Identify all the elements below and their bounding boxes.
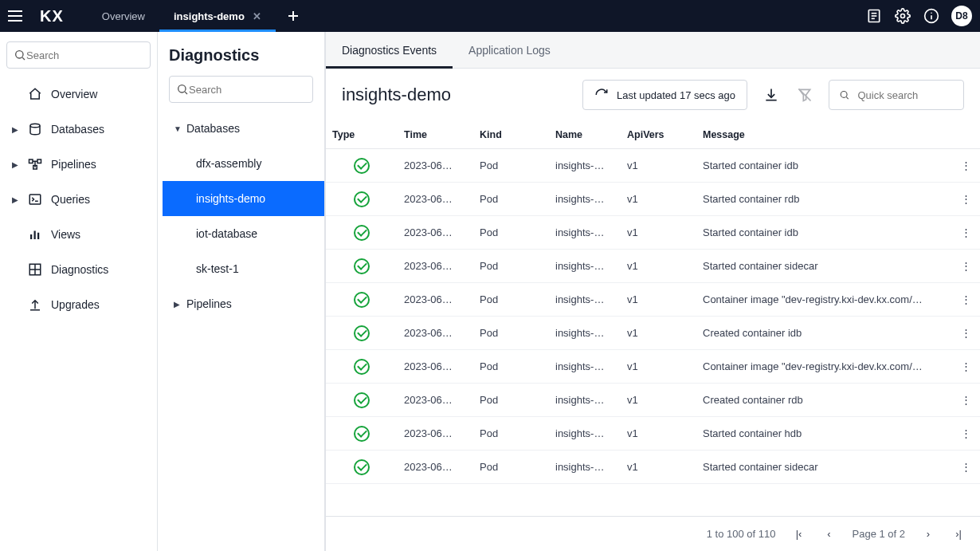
cell: insights-… <box>549 250 621 283</box>
download-icon[interactable] <box>762 85 781 104</box>
sidebar-item-views[interactable]: Views <box>6 217 151 252</box>
row-more-icon[interactable]: ⋮ <box>951 350 980 384</box>
row-more-icon[interactable]: ⋮ <box>951 317 980 350</box>
first-page-icon[interactable]: |‹ <box>792 528 806 540</box>
sidebar-search[interactable] <box>6 41 151 69</box>
cell: insights-… <box>549 384 621 417</box>
panel-search[interactable] <box>169 76 313 103</box>
table-row: 2023-06…Podinsights-…v1Started container… <box>326 183 980 216</box>
cell: Started container idb <box>696 216 951 250</box>
sidebar-item-overview[interactable]: Overview <box>6 77 151 112</box>
success-icon <box>354 258 370 274</box>
column-header[interactable]: Time <box>398 121 473 149</box>
search-icon <box>839 89 849 101</box>
tree-group[interactable]: ▶Pipelines <box>163 286 324 321</box>
svg-point-28 <box>841 92 847 98</box>
tree-item[interactable]: dfx-assembly <box>163 146 324 181</box>
tree-item[interactable]: iot-database <box>163 216 324 251</box>
row-more-icon[interactable]: ⋮ <box>951 216 980 250</box>
notes-icon[interactable] <box>865 7 883 25</box>
row-more-icon[interactable]: ⋮ <box>951 250 980 283</box>
sidebar-item-queries[interactable]: ▶Queries <box>6 182 151 217</box>
cell: v1 <box>621 183 696 216</box>
cell: Pod <box>473 149 549 183</box>
disk-icon <box>27 122 43 136</box>
row-more-icon[interactable]: ⋮ <box>951 183 980 216</box>
tree-group[interactable]: ▼Databases <box>163 111 324 146</box>
tree-label: Databases <box>186 122 240 135</box>
column-header[interactable]: ApiVers <box>621 121 696 149</box>
tree-label: insights-demo <box>196 192 265 205</box>
svg-rect-18 <box>37 233 39 239</box>
quick-search-input[interactable] <box>857 89 954 101</box>
quick-search[interactable] <box>829 80 964 110</box>
nav-tab[interactable]: Overview <box>88 0 159 32</box>
chevron-right-icon: ▶ <box>11 195 19 204</box>
row-more-icon[interactable]: ⋮ <box>951 384 980 417</box>
prev-page-icon[interactable]: ‹ <box>822 528 837 540</box>
cell: insights-… <box>549 149 621 183</box>
grid-icon <box>27 262 43 277</box>
cell: Started container sidecar <box>696 451 951 484</box>
main-sidebar: Overview▶Databases▶Pipelines▶QueriesView… <box>0 32 158 551</box>
settings-icon[interactable] <box>894 7 911 25</box>
tree-item[interactable]: sk-test-1 <box>163 251 324 286</box>
brand-logo: KX <box>40 7 64 26</box>
sidebar-item-databases[interactable]: ▶Databases <box>6 112 151 147</box>
close-tab-icon[interactable]: ✕ <box>253 10 261 22</box>
tree-label: sk-test-1 <box>196 262 239 275</box>
sidebar-search-input[interactable] <box>26 49 143 61</box>
nav-tab[interactable]: insights-demo✕ <box>159 0 276 32</box>
sidebar-item-diagnostics[interactable]: Diagnostics <box>6 252 151 287</box>
tree-item[interactable]: insights-demo <box>163 181 324 216</box>
chevron-down-icon: ▼ <box>174 124 186 133</box>
top-navbar: KX Overviewinsights-demo✕ D8 <box>0 0 980 32</box>
sidebar-item-pipelines[interactable]: ▶Pipelines <box>6 147 151 182</box>
page-title: insights-demo <box>342 85 451 105</box>
column-header[interactable]: Name <box>549 121 621 149</box>
flow-icon <box>27 157 43 171</box>
svg-rect-12 <box>37 159 41 163</box>
row-more-icon[interactable]: ⋮ <box>951 149 980 183</box>
column-header[interactable]: Message <box>696 121 951 149</box>
svg-line-29 <box>846 97 848 99</box>
cell: insights-… <box>549 417 621 451</box>
svg-rect-14 <box>29 195 41 204</box>
refresh-button[interactable]: Last updated 17 secs ago <box>582 80 747 110</box>
svg-line-9 <box>22 57 25 60</box>
user-avatar[interactable]: D8 <box>951 6 972 26</box>
content-tabs: Diagnostics EventsApplication Logs <box>326 32 980 69</box>
sidebar-item-upgrades[interactable]: Upgrades <box>6 287 151 322</box>
row-more-icon[interactable]: ⋮ <box>951 451 980 484</box>
hamburger-menu-icon[interactable] <box>8 6 27 26</box>
cell: v1 <box>621 317 696 350</box>
last-page-icon[interactable]: ›| <box>951 528 966 540</box>
refresh-label: Last updated 17 secs ago <box>617 89 735 101</box>
content-tab[interactable]: Application Logs <box>453 32 566 68</box>
row-more-icon[interactable]: ⋮ <box>951 417 980 451</box>
content-tab[interactable]: Diagnostics Events <box>326 32 453 68</box>
cell: 2023-06… <box>398 417 473 451</box>
svg-point-4 <box>901 14 905 18</box>
search-icon <box>14 49 26 61</box>
sidebar-item-label: Overview <box>51 88 97 100</box>
cell: Started container sidecar <box>696 250 951 283</box>
column-header[interactable]: Kind <box>473 121 549 149</box>
table-row: 2023-06…Podinsights-…v1Started container… <box>326 451 980 484</box>
sidebar-item-label: Upgrades <box>51 298 100 311</box>
info-icon[interactable] <box>923 7 940 25</box>
success-icon <box>354 158 370 174</box>
panel-title: Diagnostics <box>158 32 324 76</box>
panel-search-input[interactable] <box>189 84 306 96</box>
svg-point-10 <box>30 124 40 128</box>
success-icon <box>354 459 370 475</box>
success-icon <box>354 392 370 408</box>
nav-tabs: Overviewinsights-demo✕ <box>88 0 276 32</box>
column-header[interactable]: Type <box>326 121 398 149</box>
svg-rect-16 <box>30 234 32 239</box>
row-more-icon[interactable]: ⋮ <box>951 283 980 317</box>
new-tab-button[interactable] <box>284 6 303 26</box>
success-icon <box>354 191 370 207</box>
next-page-icon[interactable]: › <box>921 528 935 540</box>
chart-icon <box>27 227 43 242</box>
